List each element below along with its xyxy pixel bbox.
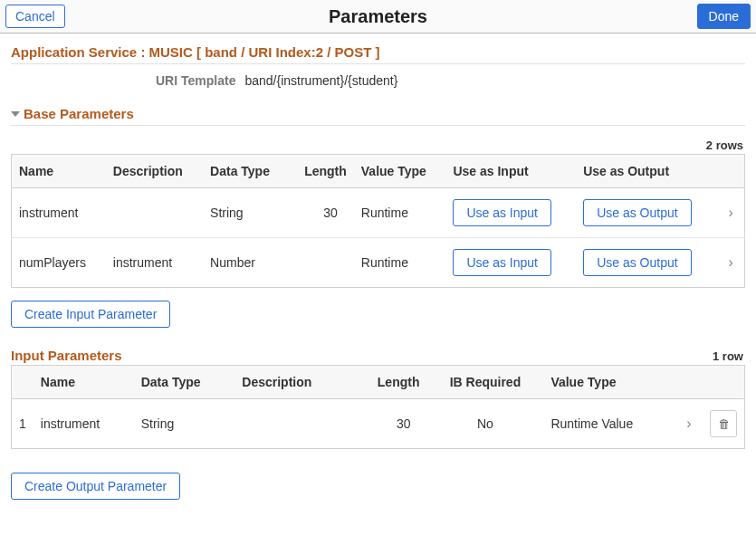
col-description: Description xyxy=(234,366,349,399)
base-parameters-rowcount: 2 rows xyxy=(11,139,743,152)
use-as-output-button[interactable]: Use as Output xyxy=(583,199,692,226)
chevron-right-icon[interactable]: › xyxy=(675,399,703,449)
col-data-type: Data Type xyxy=(203,155,288,188)
uri-template-row: URI Template band/{instrument}/{student} xyxy=(11,64,745,97)
chevron-right-icon[interactable]: › xyxy=(718,238,745,288)
cell-description xyxy=(234,399,349,449)
table-row: numPlayersinstrumentNumberRuntimeUse as … xyxy=(12,238,745,288)
col-description: Description xyxy=(106,155,203,188)
delete-row-button[interactable]: 🗑 xyxy=(710,410,737,437)
cell-length: 30 xyxy=(289,188,354,238)
col-use-as-output: Use as Output xyxy=(576,155,717,188)
cell-value-type: Runtime xyxy=(354,238,446,288)
input-parameters-rowcount: 1 row xyxy=(713,349,743,363)
col-value-type: Value Type xyxy=(543,366,675,399)
cell-length: 30 xyxy=(349,399,426,449)
cell-description xyxy=(106,188,203,238)
cell-ib-required: No xyxy=(426,399,543,449)
cancel-button[interactable]: Cancel xyxy=(5,5,65,28)
uri-template-label: URI Template xyxy=(156,73,235,88)
base-parameters-table: Name Description Data Type Length Value … xyxy=(11,154,745,288)
cell-length xyxy=(289,238,354,288)
use-as-output-button[interactable]: Use as Output xyxy=(583,249,692,276)
cell-data-type: Number xyxy=(203,238,288,288)
cell-name: instrument xyxy=(12,188,106,238)
cell-data-type: String xyxy=(134,399,235,449)
input-parameters-table: Name Data Type Description Length IB Req… xyxy=(11,365,745,449)
create-input-parameter-button[interactable]: Create Input Parameter xyxy=(11,301,170,328)
col-value-type: Value Type xyxy=(354,155,446,188)
trash-icon: 🗑 xyxy=(718,417,730,431)
col-name: Name xyxy=(12,155,106,188)
top-bar: Cancel Parameters Done xyxy=(0,0,756,33)
base-parameters-toggle[interactable]: Base Parameters xyxy=(11,102,745,126)
application-service-heading: Application Service : MUSIC [ band / URI… xyxy=(11,44,745,64)
input-parameters-heading: Input Parameters xyxy=(11,348,122,363)
create-output-parameter-button[interactable]: Create Output Parameter xyxy=(11,473,180,500)
col-index xyxy=(12,366,33,399)
col-name: Name xyxy=(33,366,134,399)
col-length: Length xyxy=(349,366,426,399)
base-parameters-label: Base Parameters xyxy=(24,106,134,121)
cell-name: instrument xyxy=(33,399,134,449)
cell-value-type: Runtime xyxy=(354,188,446,238)
col-use-as-input: Use as Input xyxy=(445,155,576,188)
cell-name: numPlayers xyxy=(12,238,106,288)
chevron-right-icon[interactable]: › xyxy=(718,188,745,238)
cell-description: instrument xyxy=(106,238,203,288)
cell-index: 1 xyxy=(12,399,33,449)
col-length: Length xyxy=(289,155,354,188)
col-ib-required: IB Required xyxy=(426,366,543,399)
caret-down-icon xyxy=(11,111,20,117)
table-row: 1instrumentString30NoRuntime Value›🗑 xyxy=(12,399,745,449)
page-title: Parameters xyxy=(329,6,427,27)
use-as-input-button[interactable]: Use as Input xyxy=(453,199,551,226)
table-row: instrumentString30RuntimeUse as InputUse… xyxy=(12,188,745,238)
cell-data-type: String xyxy=(203,188,288,238)
uri-template-value: band/{instrument}/{student} xyxy=(244,73,397,88)
cell-value-type: Runtime Value xyxy=(543,399,675,449)
use-as-input-button[interactable]: Use as Input xyxy=(453,249,551,276)
done-button[interactable]: Done xyxy=(697,4,751,29)
col-data-type: Data Type xyxy=(134,366,235,399)
